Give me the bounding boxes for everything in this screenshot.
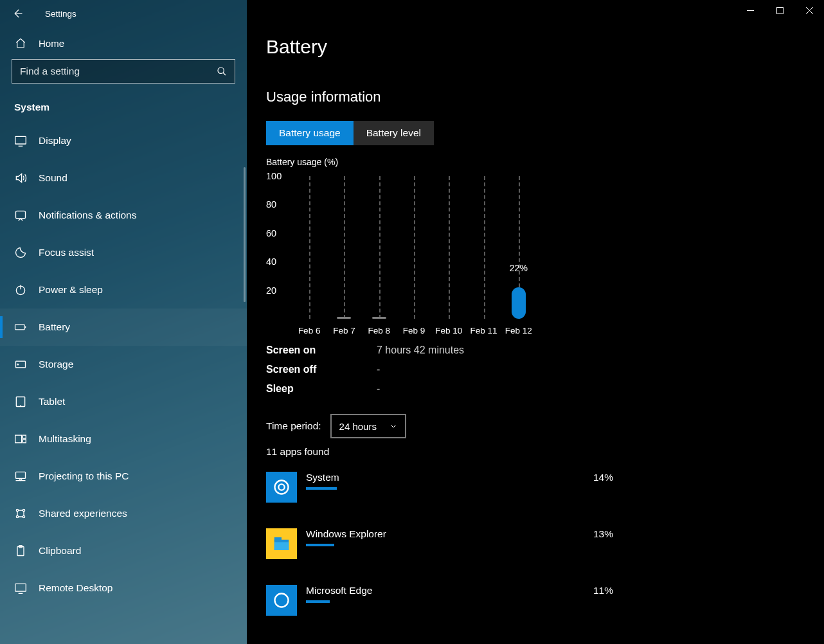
sidebar-item-label: Multitasking [39, 433, 91, 445]
app-percent: 13% [593, 528, 613, 540]
app-percent: 14% [593, 472, 613, 483]
chart-xtick: Feb 9 [403, 326, 425, 335]
chart-gridline [484, 176, 485, 319]
sound-icon [14, 172, 27, 184]
sidebar-home-label: Home [39, 38, 64, 49]
svg-rect-8 [15, 435, 22, 443]
svg-rect-10 [22, 440, 26, 443]
battery-usage-chart: 22% 10080604020Feb 6Feb 7Feb 8Feb 9Feb 1… [266, 171, 536, 335]
stat-label: Screen on [266, 344, 377, 356]
svg-point-15 [22, 515, 24, 517]
sidebar-item-shared-exp[interactable]: Shared experiences [0, 495, 247, 532]
chart-ytick: 100 [266, 171, 282, 181]
app-row-system[interactable]: System14% [266, 472, 613, 503]
titlebar: Settings [0, 0, 247, 27]
sidebar-item-label: Battery [39, 321, 70, 333]
chart-bar[interactable] [372, 317, 386, 319]
chart-xtick: Feb 7 [333, 326, 355, 335]
minimize-button[interactable] [735, 0, 765, 21]
sidebar-home[interactable]: Home [0, 27, 247, 59]
display-icon [14, 134, 27, 147]
chart-xtick: Feb 8 [368, 326, 390, 335]
chart-ytick: 40 [266, 256, 276, 267]
svg-rect-19 [776, 7, 783, 13]
tab-level[interactable]: Battery level [354, 121, 434, 145]
window-title: Settings [45, 9, 76, 19]
chart-xtick: Feb 11 [470, 326, 497, 335]
sidebar-item-projecting[interactable]: Projecting to this PC [0, 458, 247, 495]
chart-gridline [414, 176, 415, 319]
apps-found-text: 11 apps found [266, 446, 805, 458]
chart-gridline [379, 176, 381, 319]
notifications-icon [14, 209, 27, 222]
chart-xtick: Feb 6 [298, 326, 321, 335]
search-input[interactable] [20, 66, 217, 77]
remote-desktop-icon [14, 582, 27, 595]
app-usage-bar [306, 487, 584, 490]
stat-sleep: Sleep - [266, 379, 805, 398]
svg-rect-1 [15, 136, 26, 144]
chart-gridline [344, 176, 345, 319]
sidebar-item-clipboard[interactable]: Clipboard [0, 532, 247, 569]
close-button[interactable] [794, 0, 824, 21]
chart-ytick: 20 [266, 285, 276, 296]
time-period-value: 24 hours [339, 421, 377, 432]
sidebar-item-label: Clipboard [39, 545, 81, 557]
svg-rect-18 [15, 584, 26, 591]
svg-point-12 [16, 509, 18, 511]
home-icon [14, 37, 27, 49]
app-row-edge[interactable]: Microsoft Edge11% [266, 585, 613, 616]
time-period-label: Time period: [266, 420, 321, 432]
sidebar-item-display[interactable]: Display [0, 122, 247, 159]
stat-screen-off: Screen off - [266, 360, 805, 379]
chart-xtick: Feb 12 [505, 326, 532, 335]
sidebar-item-label: Focus assist [39, 247, 94, 258]
maximize-button[interactable] [765, 0, 794, 21]
app-name: Microsoft Edge [306, 585, 584, 596]
search-box[interactable] [12, 59, 235, 84]
svg-point-14 [16, 515, 18, 517]
tab-usage[interactable]: Battery usage [266, 121, 354, 145]
sidebar-item-power-sleep[interactable]: Power & sleep [0, 271, 247, 309]
app-name: Windows Explorer [306, 528, 584, 540]
chart-bar[interactable] [337, 317, 351, 319]
scrollbar-thumb[interactable] [244, 167, 246, 302]
svg-point-25 [275, 594, 289, 607]
caption-buttons [735, 0, 824, 21]
sidebar-item-notifications[interactable]: Notifications & actions [0, 197, 247, 234]
sidebar-item-label: Projecting to this PC [39, 470, 129, 482]
sidebar-item-label: Remote Desktop [39, 582, 112, 594]
time-period-select[interactable]: 24 hours [330, 414, 406, 438]
multitasking-icon [14, 433, 27, 445]
sidebar-item-multitasking[interactable]: Multitasking [0, 420, 247, 458]
app-icon [266, 472, 297, 503]
app-usage-bar [306, 600, 584, 603]
chart-title: Battery usage (%) [266, 157, 805, 167]
app-usage-bar [306, 544, 584, 546]
sidebar-item-storage[interactable]: Storage [0, 346, 247, 383]
stat-label: Sleep [266, 383, 377, 395]
sidebar-item-focus-assist[interactable]: Focus assist [0, 234, 247, 271]
svg-rect-24 [274, 542, 289, 551]
chart-bar[interactable] [512, 287, 526, 319]
svg-point-6 [17, 364, 19, 365]
focus-assist-icon [14, 246, 27, 259]
sidebar-section-header: System [0, 84, 247, 122]
tabstrip: Battery usageBattery level [266, 121, 805, 145]
svg-point-21 [275, 481, 289, 494]
sidebar-item-label: Shared experiences [39, 508, 127, 519]
app-name: System [306, 472, 584, 483]
app-list: System14%Windows Explorer13%Microsoft Ed… [266, 472, 805, 616]
app-row-explorer[interactable]: Windows Explorer13% [266, 528, 613, 559]
sidebar-item-sound[interactable]: Sound [0, 159, 247, 197]
sidebar-item-remote-desktop[interactable]: Remote Desktop [0, 569, 247, 607]
sidebar-item-tablet[interactable]: Tablet [0, 383, 247, 420]
sidebar-item-battery[interactable]: Battery [0, 309, 247, 346]
svg-point-20 [278, 484, 284, 490]
chart-ytick: 80 [266, 199, 276, 210]
chart-bar-label: 22% [510, 263, 528, 273]
page-title: Battery [266, 36, 805, 58]
back-button[interactable] [12, 8, 23, 19]
stat-value: 7 hours 42 minutes [377, 344, 464, 356]
chart-xtick: Feb 10 [435, 326, 462, 335]
